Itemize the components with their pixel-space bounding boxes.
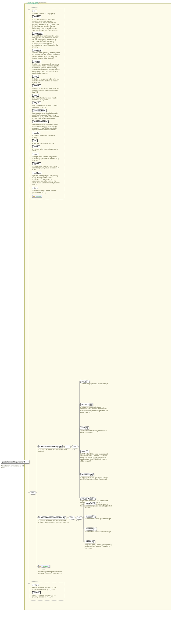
attribute-dir[interactable]: dirThe directionality of textual content… [32, 187, 64, 194]
expand-icon[interactable]: + [90, 404, 92, 406]
concept-relationships-group[interactable]: ConceptRelationshipsGroup + [38, 516, 66, 519]
expand-icon[interactable]: + [92, 515, 94, 517]
attribute-desc: The directionality of textual content (e… [32, 190, 60, 194]
expand-icon[interactable]: + [86, 450, 88, 452]
expand-icon[interactable]: + [93, 502, 95, 504]
attribute-name: role [32, 584, 38, 586]
attribute-creator[interactable]: creatorIf the property value is not defi… [32, 16, 64, 31]
expand-icon[interactable]: + [92, 497, 94, 499]
element-hierarchyinfo[interactable]: hierarchyInfo+ [80, 497, 96, 500]
sequence-compositor-main [30, 491, 36, 494]
element-facet[interactable]: facet+ [80, 450, 89, 453]
attribute-pubconstraint[interactable]: pubconstraintOne or many constraints tha… [32, 109, 64, 120]
attribute-desc: Indicates by which means the value was e… [32, 78, 60, 84]
attribute-desc: The type of the concept assigned as cont… [32, 156, 60, 161]
attribute-howuri[interactable]: howuriIndicates by which means the value… [32, 84, 64, 93]
expand-icon[interactable]: + [90, 474, 93, 476]
concept-relationships-group-desc: A group of properties required to indica… [38, 520, 73, 523]
element-remoteinfo[interactable]: remoteInfo+ [80, 473, 94, 476]
attribute-id[interactable]: idThe local identifier of the property. [32, 10, 64, 14]
attribute-name: creator [32, 16, 41, 18]
attribute-desc: A free-text value assigned as property v… [32, 148, 60, 152]
attribute-creatoruri[interactable]: creatoruriIf the attribute is empty, spe… [32, 32, 64, 48]
attributes-group-2: attributes roleRefinement of the semanti… [30, 582, 64, 600]
attribute-desc: Specifies the language of this property … [32, 175, 60, 186]
attribute-name: typeuri [32, 162, 41, 165]
expand-icon[interactable]: + [86, 380, 88, 382]
attribute-whyuri[interactable]: whyuriWhy the metadata has been included… [32, 102, 64, 108]
expand-icon[interactable]: + [59, 446, 61, 448]
attribute-desc: The local identifier of the property. [32, 13, 60, 14]
element-desc: A natural language definition of the sem… [80, 406, 108, 413]
any-element[interactable]: any ##other [38, 565, 50, 568]
attribute-typeuri[interactable]: typeuriThe type of the concept assigned … [32, 162, 64, 171]
attribute-name: creatoruri [32, 32, 43, 34]
element-broader[interactable]: broader+ [85, 515, 96, 518]
attribute-role[interactable]: roleRefinement of the semantics of the p… [32, 584, 64, 590]
attribute-name: roleuri [32, 591, 41, 594]
any-element-desc: Extension point for provider-defined pro… [38, 571, 69, 574]
root-element[interactable]: participationRequirement [1, 460, 29, 464]
attribute-desc: Why the metadata has been included - exp… [32, 97, 60, 101]
attribute-name: custom [32, 60, 41, 63]
attribute-name: uri [32, 140, 38, 142]
element-desc: An identifier of a more specific concept… [85, 531, 113, 532]
attribute-literal[interactable]: literalA free-text value assigned as pro… [32, 145, 64, 152]
attribute-name: qcode [32, 132, 40, 134]
attribute-desc: The type of the concept assigned as cont… [32, 166, 60, 171]
element-related[interactable]: related+ [85, 540, 95, 544]
expand-icon[interactable]: + [86, 427, 88, 429]
attribute-why[interactable]: whyWhy the metadata has been included - … [32, 94, 64, 101]
concept-definition-group-desc: A group of properties required to define… [38, 449, 69, 452]
element-desc: An identifier of a concept with equivale… [85, 505, 113, 508]
extension-type-link[interactable]: Flex1PropType [27, 2, 38, 4]
attribute-name: xml:lang [32, 172, 42, 174]
attributes-group-1: attributes idThe local identifier of the… [30, 8, 64, 199]
attribute-desc: Refinement of the semantics of the prope… [32, 587, 60, 590]
occurrence: 0..∞ [72, 449, 75, 450]
attribute-name: whyuri [32, 102, 41, 104]
attribute-desc: If the property value is not defined, sp… [32, 18, 60, 31]
attribute-desc: The date (and, optionally, the time) whe… [32, 52, 60, 59]
any-attribute[interactable]: any ##other [32, 195, 42, 198]
expand-icon[interactable]: + [63, 517, 65, 519]
expand-icon[interactable]: + [92, 541, 94, 543]
sequence-compositor-inner [76, 516, 82, 520]
attribute-custom[interactable]: customIf set to true the corresponding p… [32, 60, 64, 74]
sequence-compositor-inner [72, 445, 78, 448]
element-desc: A related concept, where the relationshi… [85, 544, 113, 549]
attribute-name: pubconstraint [32, 109, 46, 112]
element-definition[interactable]: definition+ [80, 403, 93, 406]
attribute-name: howuri [32, 84, 41, 87]
sequence-compositor [69, 516, 75, 520]
occurrence: 0..∞ [42, 568, 45, 570]
attribute-name: id [32, 10, 37, 12]
attributes-header: attributes [31, 6, 39, 8]
concept-definition-group[interactable]: ConceptDefinitionGroup + [38, 445, 63, 448]
element-note[interactable]: note+ [80, 426, 89, 430]
element-desc: An identifier of a more generic concept. [85, 518, 113, 520]
attribute-desc: Indicates by which means the value was e… [32, 88, 60, 93]
attribute-name: modified [32, 49, 42, 52]
attribute-desc: A URI which identifies a concept. [32, 142, 60, 144]
element-name[interactable]: name+ [80, 380, 90, 383]
attribute-name: why [32, 94, 39, 96]
expand-icon[interactable]: + [93, 528, 95, 530]
attribute-desc: A qualified code which identifies a conc… [32, 135, 60, 138]
attribute-name: how [32, 75, 39, 78]
element-sameas[interactable]: sameAs+ [85, 502, 96, 505]
element-desc: In NAR 1.8 and later, facet is deprecate… [80, 453, 108, 462]
attribute-xml-lang[interactable]: xml:langSpecifies the language of this p… [32, 172, 64, 186]
attribute-qcode[interactable]: qcodeA qualified code which identifies a… [32, 132, 64, 138]
attribute-type[interactable]: typeThe type of the concept assigned as … [32, 153, 64, 161]
attribute-roleuri[interactable]: roleuriRefinement of the semantics of th… [32, 591, 64, 598]
element-desc: A natural language name for the concept. [80, 383, 108, 384]
attribute-modified[interactable]: modifiedThe date (and, optionally, the t… [32, 49, 64, 59]
attribute-pubconstrainturi[interactable]: pubconstrainturiOne or many constraints … [32, 120, 64, 131]
attribute-uri[interactable]: uriA URI which identifies a concept. [32, 140, 64, 144]
attribute-name: pubconstrainturi [32, 120, 49, 123]
element-narrower[interactable]: narrower+ [85, 528, 97, 530]
attributes-header: attributes [31, 580, 39, 582]
attribute-name: dir [32, 187, 38, 189]
attribute-how[interactable]: howIndicates by which means the value wa… [32, 75, 64, 84]
